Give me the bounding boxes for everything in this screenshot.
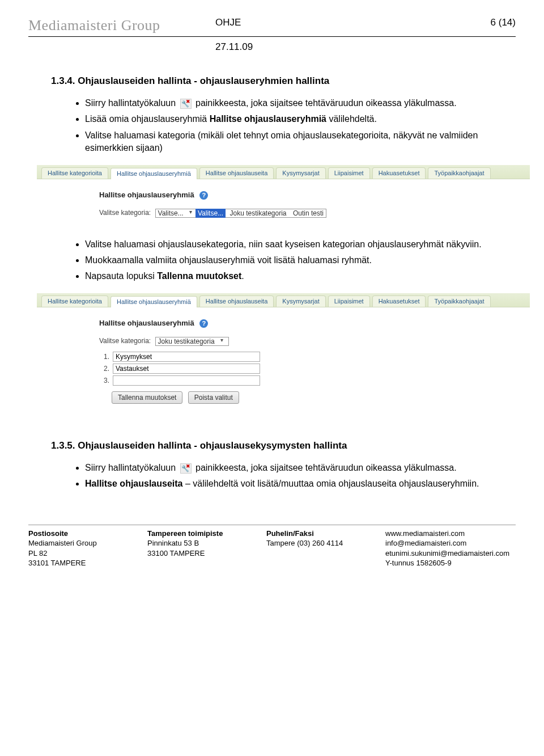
page-header: Mediamaisteri Group OHJE 6 (14) xyxy=(28,17,516,34)
list-item: 1. xyxy=(99,352,530,362)
header-divider xyxy=(28,36,516,37)
tab-triggers[interactable]: Liipaisimet xyxy=(328,167,370,179)
footer-postaddr-3: 33101 TAMPERE xyxy=(28,558,125,568)
group-input-2[interactable] xyxy=(113,364,260,374)
footer-phone-h: Puhelin/Faksi xyxy=(266,529,363,539)
tab-statements[interactable]: Hallitse ohjauslauseita xyxy=(199,295,274,307)
footer-postaddr-h: Postiosoite xyxy=(28,529,125,539)
tab-questionsets[interactable]: Kysymysarjat xyxy=(276,295,325,307)
category-select[interactable]: Valitse... Valitse... Joku testikategori… xyxy=(155,209,326,218)
section-1-3-5-title: 1.3.5. Ohjauslauseiden hallinta - ohjaus… xyxy=(51,440,516,451)
list-item: 3. xyxy=(99,375,530,386)
footer-office-2: 33100 TAMPERE xyxy=(147,548,244,559)
page-number: 6 (14) xyxy=(491,17,516,28)
tab-searchsettings[interactable]: Hakuasetukset xyxy=(372,167,426,179)
admin-tool-icon xyxy=(180,99,192,109)
bullet-goto-admin: Siirry hallintatyökaluun painikkeesta, j… xyxy=(85,97,493,109)
select-option-outin[interactable]: Outin testi xyxy=(291,209,326,218)
row-number: 3. xyxy=(99,377,109,385)
footer-www: www.mediamaisteri.com xyxy=(385,529,521,539)
list-item: 2. xyxy=(99,364,530,374)
panel-title: Hallitse ohjauslauseryhmiä ? xyxy=(99,191,530,200)
select-option-joku[interactable]: Joku testikategoria xyxy=(227,209,288,218)
screenshot-1: Hallitse kategorioita Hallitse ohjauslau… xyxy=(37,165,530,227)
screenshot-2: Hallitse kategorioita Hallitse ohjauslau… xyxy=(37,293,530,412)
group-input-1[interactable] xyxy=(113,352,260,362)
tab-supervisors[interactable]: Työpaikkaohjaajat xyxy=(428,295,490,307)
group-input-3[interactable] xyxy=(113,375,260,386)
tab-categories[interactable]: Hallitse kategorioita xyxy=(41,167,108,179)
select-dropdown: Valitse... Joku testikategoria Outin tes… xyxy=(196,209,326,217)
row-number: 1. xyxy=(99,353,109,361)
tab-triggers[interactable]: Liipaisimet xyxy=(328,295,370,307)
select-current-2[interactable]: Joku testikategoria xyxy=(156,337,225,346)
help-icon[interactable]: ? xyxy=(199,319,208,328)
panel-title-2: Hallitse ohjauslauseryhmiä ? xyxy=(99,319,530,328)
save-button[interactable]: Tallenna muutokset xyxy=(112,391,182,404)
category-select-2[interactable]: Joku testikategoria xyxy=(155,337,229,346)
tab-categories[interactable]: Hallitse kategorioita xyxy=(41,295,108,307)
category-label-2: Valitse kategoria: xyxy=(99,337,151,345)
bullet-select-category: Valitse haluamasi kategoria (mikäli olet… xyxy=(85,129,493,155)
select-current[interactable]: Valitse... xyxy=(156,209,194,218)
section-1-3-5-bullets: Siirry hallintatyökaluun painikkeesta, j… xyxy=(74,462,493,491)
footer-phone-1: Tampere (03) 260 4114 xyxy=(266,538,363,548)
row-number: 2. xyxy=(99,365,109,373)
doc-type: OHJE xyxy=(215,17,491,28)
tab-searchsettings[interactable]: Hakuasetukset xyxy=(372,295,426,307)
tab-groups[interactable]: Hallitse ohjauslauseryhmiä xyxy=(110,168,197,179)
bullet-pick-category: Valitse haluamasi ohjauslausekategoria, … xyxy=(85,238,493,251)
footer-postaddr-2: PL 82 xyxy=(28,548,125,559)
logo-text: Mediamaisteri Group xyxy=(28,17,215,34)
bullet-goto-admin-2: Siirry hallintatyökaluun painikkeesta, j… xyxy=(85,462,493,474)
bullet-manage-statements: Hallitse ohjauslauseita – välilehdeltä v… xyxy=(85,478,493,490)
section-1-3-4-title: 1.3.4. Ohjauslauseiden hallinta - ohjaus… xyxy=(51,75,516,87)
category-label: Valitse kategoria: xyxy=(99,209,151,217)
footer-postaddr-1: Mediamaisteri Group xyxy=(28,538,125,548)
footer-info: info@mediamaisteri.com xyxy=(385,538,521,548)
tabbar-2: Hallitse kategorioita Hallitse ohjauslau… xyxy=(37,293,530,307)
tab-supervisors[interactable]: Työpaikkaohjaajat xyxy=(428,167,490,179)
group-list: 1. 2. 3. xyxy=(99,352,530,386)
bullet-edit-groups: Muokkaamalla valmiita ohjauslauseryhmiä … xyxy=(85,254,493,267)
select-option-valitse[interactable]: Valitse... xyxy=(196,209,226,218)
tab-statements[interactable]: Hallitse ohjauslauseita xyxy=(199,167,274,179)
delete-selected-button[interactable]: Poista valitut xyxy=(188,391,239,404)
mid-bullets: Valitse haluamasi ohjauslausekategoria, … xyxy=(74,238,493,283)
bullet-add-groups: Lisää omia ohjauslauseryhmiä Hallitse oh… xyxy=(85,113,493,125)
footer-office-1: Pinninkatu 53 B xyxy=(147,538,244,548)
help-icon[interactable]: ? xyxy=(199,191,208,200)
admin-tool-icon xyxy=(180,463,192,474)
doc-date: 27.11.09 xyxy=(215,41,516,53)
page-footer: Postiosoite Mediamaisteri Group PL 82 33… xyxy=(28,525,516,568)
footer-ytunnus: Y-tunnus 1582605-9 xyxy=(385,558,521,568)
footer-email: etunimi.sukunimi@mediamaisteri.com xyxy=(385,548,521,559)
tabbar: Hallitse kategorioita Hallitse ohjauslau… xyxy=(37,165,530,179)
section-1-3-4-bullets: Siirry hallintatyökaluun painikkeesta, j… xyxy=(74,97,493,155)
tab-groups[interactable]: Hallitse ohjauslauseryhmiä xyxy=(110,296,197,307)
bullet-save: Napsauta lopuksi Tallenna muutokset. xyxy=(85,270,493,282)
footer-office-h: Tampereen toimipiste xyxy=(147,529,244,539)
tab-questionsets[interactable]: Kysymysarjat xyxy=(276,167,325,179)
